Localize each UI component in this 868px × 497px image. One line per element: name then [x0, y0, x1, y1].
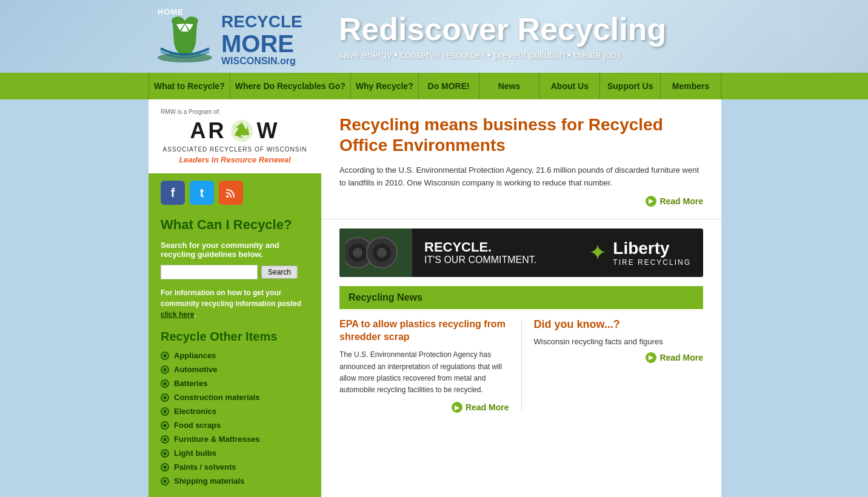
facebook-icon[interactable]: f — [161, 181, 185, 205]
main-article-body: According to the U.S. Environmental Prot… — [339, 164, 703, 190]
svg-point-5 — [353, 248, 362, 258]
nav-what-to-recycle[interactable]: What to Recycle? — [149, 73, 230, 99]
appliances-link[interactable]: Appliances — [174, 351, 216, 360]
list-item: Paints / solvents — [161, 460, 309, 474]
logo-wi: WISCONSIN.org — [221, 56, 302, 67]
logo-area: RECYCLE MORE WISCONSIN.org — [155, 12, 302, 67]
shipping-materials-link[interactable]: Shipping materials — [174, 476, 244, 485]
header-bg-decoration — [723, 0, 868, 73]
did-you-know-read-more[interactable]: ▶ Read More — [534, 352, 704, 363]
search-input[interactable] — [161, 265, 258, 279]
arrow-recycle-icon — [230, 119, 254, 143]
logo-text-block: RECYCLE MORE WISCONSIN.org — [221, 12, 302, 67]
nav-do-more[interactable]: Do MORE! — [419, 73, 479, 99]
list-item: Furniture & Mattresses — [161, 432, 309, 446]
news-column-right: Did you know...? Wisconsin recycling fac… — [522, 318, 704, 413]
liberty-text-block: Liberty TIRE RECYCLING — [613, 239, 691, 267]
logo-icon — [155, 12, 215, 67]
recycle-items-list: Appliances Automotive Batteries Construc… — [149, 349, 321, 488]
search-area: Search — [149, 262, 321, 282]
list-item: Light bulbs — [161, 446, 309, 460]
liberty-star-icon: ✦ — [589, 240, 607, 265]
banner-liberty-area: ✦ Liberty TIRE RECYCLING — [576, 239, 703, 267]
did-you-know-sub: Wisconsin recycling facts and figures — [534, 337, 704, 346]
header: HOME RECYCLE MORE WISCONSIN.org Rediscov… — [0, 0, 868, 73]
list-item: Batteries — [161, 376, 309, 390]
list-item: Shipping materials — [161, 474, 309, 488]
twitter-icon[interactable]: t — [190, 181, 214, 205]
news-section-header: Recycling News — [339, 286, 703, 309]
banner-commitment-label: IT'S OUR COMMITMENT. — [424, 255, 564, 265]
paints-solvents-link[interactable]: Paints / solvents — [174, 462, 236, 472]
liberty-sub: TIRE RECYCLING — [613, 258, 691, 267]
nav-members[interactable]: Members — [661, 73, 721, 99]
arrow-logo: AR W — [161, 118, 309, 144]
nav-news[interactable]: News — [479, 73, 540, 99]
nav-about-us[interactable]: About Us — [539, 73, 600, 99]
main-article-read-more[interactable]: ▶ Read More — [339, 196, 703, 207]
rss-icon[interactable] — [219, 181, 243, 205]
list-item: Electronics — [161, 404, 309, 418]
main-layout: RMW is a Program of: AR W ASSOCIATED REC… — [149, 99, 721, 497]
bullet-icon — [161, 379, 169, 388]
search-button[interactable]: Search — [261, 265, 298, 279]
bullet-icon — [161, 435, 169, 444]
food-scraps-link[interactable]: Food scraps — [174, 421, 221, 430]
list-item: Automotive — [161, 362, 309, 376]
light-bulbs-link[interactable]: Light bulbs — [174, 449, 216, 458]
click-here-link[interactable]: click here — [161, 310, 194, 319]
did-you-know-arrow-icon: ▶ — [646, 352, 656, 363]
what-can-i-recycle-title: What Can I Recycle? — [149, 212, 321, 238]
nav-why-recycle[interactable]: Why Recycle? — [351, 73, 419, 99]
header-tagline: Rediscover Recycling save energy • conse… — [339, 12, 666, 60]
bullet-icon — [161, 352, 169, 360]
tagline-sub: save energy • conserve resources • preve… — [339, 50, 666, 61]
news-columns: EPA to allow plastics recycling from shr… — [339, 318, 703, 413]
bullet-icon — [161, 393, 169, 402]
content-area: Recycling means business for Recycled Of… — [321, 99, 721, 497]
automotive-link[interactable]: Automotive — [174, 365, 218, 374]
arrow-logo-w: W — [257, 118, 280, 144]
arrow-logo-area: RMW is a Program of: AR W ASSOCIATED REC… — [149, 99, 321, 173]
nav-support-us[interactable]: Support Us — [600, 73, 661, 99]
banner-recycle-label: RECYCLE. — [424, 240, 564, 255]
furniture-mattresses-link[interactable]: Furniture & Mattresses — [174, 435, 260, 444]
nav-where-recyclables-go[interactable]: Where Do Recyclables Go? — [230, 73, 351, 99]
bullet-icon — [161, 477, 169, 485]
sidebar: RMW is a Program of: AR W ASSOCIATED REC… — [149, 99, 321, 497]
did-you-know-title: Did you know...? — [534, 318, 704, 331]
banner-text: RECYCLE. IT'S OUR COMMITMENT. — [412, 240, 576, 265]
arrow-program-text: RMW is a Program of: — [161, 108, 309, 115]
news-article-title[interactable]: EPA to allow plastics recycling from shr… — [339, 318, 509, 344]
liberty-name: Liberty — [613, 239, 691, 258]
arrow-full-name: ASSOCIATED RECYCLERS OF WISCONSIN — [161, 146, 309, 153]
electronics-link[interactable]: Electronics — [174, 407, 216, 416]
recycle-other-title: Recycle Other Items — [149, 325, 321, 349]
news-read-more-arrow-icon: ▶ — [452, 402, 462, 413]
search-label: Search for your community and recycling … — [149, 238, 321, 262]
bullet-icon — [161, 449, 169, 458]
svg-point-2 — [226, 195, 229, 198]
logo-more: MORE — [221, 32, 302, 56]
arrow-logo-letters: AR — [190, 118, 227, 144]
list-item: Construction materials — [161, 390, 309, 404]
main-nav: What to Recycle? Where Do Recyclables Go… — [0, 73, 868, 99]
list-item: Food scraps — [161, 418, 309, 432]
tires-icon — [339, 228, 412, 277]
news-article-read-more[interactable]: ▶ Read More — [339, 402, 509, 413]
logo-recycle: RECYCLE — [221, 12, 302, 32]
construction-materials-link[interactable]: Construction materials — [174, 393, 260, 402]
read-more-arrow-icon: ▶ — [646, 196, 656, 207]
svg-point-8 — [377, 248, 387, 258]
news-article-body: The U.S. Environmental Protection Agency… — [339, 349, 509, 396]
bullet-icon — [161, 365, 169, 374]
click-here-text: For information on how to get your commu… — [149, 282, 321, 325]
nav-inner: What to Recycle? Where Do Recyclables Go… — [149, 73, 721, 99]
arrow-tagline: Leaders In Resource Renewal — [161, 155, 309, 164]
bullet-icon — [161, 407, 169, 416]
liberty-tire-banner[interactable]: RECYCLE. IT'S OUR COMMITMENT. ✦ Liberty … — [339, 228, 703, 277]
main-article-title: Recycling means business for Recycled Of… — [339, 115, 703, 155]
batteries-link[interactable]: Batteries — [174, 379, 208, 388]
list-item: Appliances — [161, 349, 309, 362]
main-article: Recycling means business for Recycled Of… — [321, 99, 721, 219]
